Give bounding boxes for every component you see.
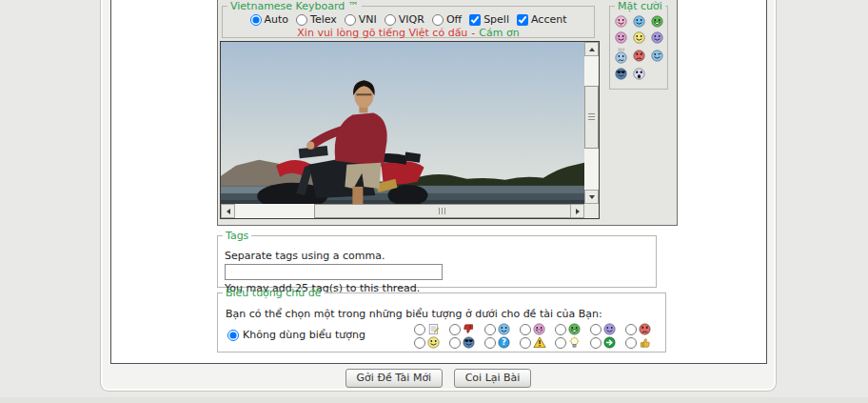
submit-thread-button[interactable]: Gởi Đề Tài Mới [345, 369, 444, 388]
smiley-wink-blue-icon[interactable] [651, 50, 663, 62]
vk-mode-viqr[interactable]: VIQR [385, 13, 424, 26]
icon-cool-radio[interactable] [449, 337, 461, 349]
icon-mad-red-option[interactable] [625, 323, 660, 335]
icon-thumbs-up-icon [639, 336, 651, 349]
smiley-grid: ??? [610, 12, 667, 82]
scroll-down-button[interactable] [584, 190, 599, 204]
vk-mode-vni-radio[interactable] [345, 14, 356, 26]
vk-mode-auto-label: Auto [265, 13, 289, 26]
smiley-panel-legend: Mặt cười [615, 0, 665, 12]
icon-cool-option[interactable] [449, 336, 483, 349]
vertical-scroll-thumb[interactable] [584, 86, 599, 149]
vk-toggle-spell-checkbox[interactable] [469, 14, 481, 26]
vk-notice-green: Cám ơn [479, 27, 519, 39]
scroll-up-button[interactable] [584, 42, 599, 56]
scrollbar-corner [584, 204, 599, 218]
smiley-eek-icon[interactable] [633, 68, 645, 80]
vk-mode-auto-radio[interactable] [250, 14, 262, 26]
horizontal-scroll-thumb[interactable] [314, 204, 571, 218]
smiley-mad-red-icon[interactable] [633, 50, 645, 62]
smiley-razz-pink-icon[interactable] [615, 15, 627, 28]
editor-content-photo[interactable] [221, 42, 584, 204]
smiley-pink-icon[interactable] [615, 31, 627, 44]
icon-arrow-right-icon [603, 336, 616, 349]
scroll-right-button[interactable] [570, 204, 584, 218]
icon-laugh-pink-option[interactable] [520, 323, 554, 335]
icon-question-radio[interactable] [484, 337, 496, 349]
icon-smile-purple-radio[interactable] [590, 324, 602, 335]
icon-smile-yellow-option[interactable] [414, 336, 448, 349]
icon-arrow-right-radio[interactable] [590, 337, 602, 349]
icon-post-option[interactable] [414, 323, 448, 335]
vietnamese-keyboard-panel: Vietnamese Keyboard ™ AutoTelexVNIVIQROf… [222, 0, 595, 38]
svg-text:???: ??? [617, 48, 624, 52]
smiley-biggrin-green-icon[interactable] [651, 15, 663, 28]
icon-warning-icon [533, 336, 546, 349]
icon-smile-blue-icon [498, 323, 510, 335]
icon-question-option[interactable]: ? [484, 336, 519, 349]
scroll-left-button[interactable] [221, 204, 235, 218]
tags-panel: Tags Separate tags using a comma. You ma… [217, 230, 657, 288]
icon-mad-red-radio[interactable] [625, 324, 637, 335]
smiley-happy-blue-icon[interactable] [633, 15, 645, 28]
vk-notice-dash: - [467, 27, 479, 39]
icon-post-radio[interactable] [414, 324, 425, 335]
icon-biggrin-green-radio[interactable] [555, 324, 566, 335]
icon-lightbulb-option[interactable] [555, 336, 589, 349]
icon-thumbs-down-radio[interactable] [449, 324, 461, 335]
vk-toggle-accent[interactable]: Accent [517, 13, 566, 26]
icon-smile-blue-radio[interactable] [484, 324, 496, 335]
icon-lightbulb-icon [568, 336, 581, 349]
icon-mad-red-icon [639, 323, 651, 335]
icon-smile-blue-option[interactable] [484, 323, 519, 335]
page-footer-edge [0, 397, 868, 403]
vk-mode-off-radio[interactable] [432, 14, 444, 26]
icon-thumbs-down-icon [463, 323, 475, 335]
preview-post-button[interactable]: Coi Lại Bài [454, 369, 532, 388]
vk-toggle-spell[interactable]: Spell [469, 13, 509, 26]
vk-mode-telex[interactable]: Telex [296, 13, 337, 26]
icon-arrow-right-option[interactable] [590, 336, 624, 349]
vk-mode-telex-label: Telex [310, 13, 337, 26]
icon-warning-radio[interactable] [520, 337, 531, 349]
vk-mode-telex-radio[interactable] [296, 14, 307, 26]
tags-hint: Separate tags using a comma. [225, 250, 650, 262]
vk-toggle-accent-label: Accent [531, 13, 566, 26]
vk-mode-auto[interactable]: Auto [250, 13, 289, 26]
icon-post-icon [427, 323, 440, 335]
icon-thumbs-up-option[interactable] [625, 336, 660, 349]
editor-horizontal-scrollbar[interactable] [221, 204, 584, 218]
no-icon-option[interactable]: Không dùng biểu tượng [227, 329, 414, 341]
icon-biggrin-green-icon [568, 323, 581, 335]
svg-text:?: ? [502, 337, 506, 347]
vk-mode-vni[interactable]: VNI [345, 13, 377, 26]
icon-smile-yellow-radio[interactable] [414, 337, 425, 349]
smiley-purple-icon[interactable] [651, 31, 663, 44]
icon-thumbs-down-option[interactable] [449, 323, 483, 335]
message-editor[interactable] [220, 41, 600, 219]
vk-toggle-accent-checkbox[interactable] [517, 14, 528, 26]
icon-laugh-pink-icon [533, 323, 545, 335]
icon-lightbulb-radio[interactable] [555, 337, 566, 349]
vk-mode-group: AutoTelexVNIVIQROffSpellAccent [223, 13, 594, 26]
smiley-confused-icon[interactable]: ??? [615, 48, 627, 64]
vk-notice-red: Xin vui lòng gõ tiếng Việt có dấu [297, 27, 467, 39]
no-icon-radio[interactable] [227, 330, 239, 341]
smiley-cool-icon[interactable] [615, 68, 627, 80]
scroll-right-arrow-icon [576, 209, 580, 214]
editor-vertical-scrollbar[interactable] [584, 42, 599, 204]
icon-warning-option[interactable] [520, 336, 554, 349]
icon-smile-purple-option[interactable] [590, 323, 624, 335]
vk-mode-off[interactable]: Off [432, 13, 462, 26]
smiley-classic-yellow-icon[interactable] [633, 31, 645, 44]
scroll-down-arrow-icon [589, 195, 595, 199]
page: Vietnamese Keyboard ™ AutoTelexVNIVIQROf… [0, 0, 868, 403]
vk-mode-viqr-radio[interactable] [385, 14, 396, 26]
smiley-panel: Mặt cười ??? [609, 0, 668, 90]
tags-input[interactable] [225, 264, 443, 280]
icon-smile-yellow-icon [427, 336, 440, 349]
icon-biggrin-green-option[interactable] [555, 323, 589, 335]
icon-thumbs-up-radio[interactable] [625, 337, 637, 349]
thread-icon-legend: Biểu tượng chủ đề [223, 287, 325, 299]
icon-laugh-pink-radio[interactable] [520, 324, 531, 335]
